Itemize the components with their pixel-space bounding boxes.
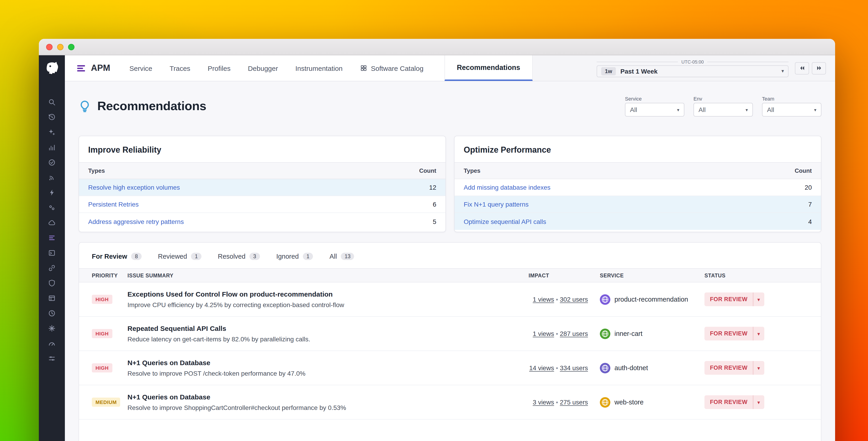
tab-label: For Review: [92, 253, 127, 260]
users-link[interactable]: 334 users: [560, 364, 588, 372]
nav-item-label: Profiles: [208, 64, 230, 72]
recommendation-row[interactable]: HIGHExceptions Used for Control Flow on …: [79, 283, 821, 317]
apm-icon[interactable]: [43, 230, 60, 245]
views-link[interactable]: 3 views: [533, 399, 554, 406]
settings-sliders-icon[interactable]: [43, 351, 60, 366]
status-label: FOR REVIEW: [705, 292, 753, 306]
recommendation-type-link[interactable]: Fix N+1 query patterns: [464, 201, 529, 208]
service-globe-icon: [600, 397, 610, 407]
recommendation-type-row[interactable]: Fix N+1 query patterns7: [455, 196, 821, 213]
nav-item-label: Traces: [170, 64, 190, 72]
security-shield-icon[interactable]: [43, 275, 60, 291]
recommendation-type-row[interactable]: Add missing database indexes20: [455, 179, 821, 196]
page-header: Recommendations ServiceAll▾EnvAll▾TeamAl…: [79, 96, 822, 117]
lightbulb-icon: [79, 100, 91, 112]
service-name-link[interactable]: auth-dotnet: [615, 364, 648, 372]
users-link[interactable]: 275 users: [560, 399, 588, 406]
recommendation-type-link[interactable]: Resolve high exception volumes: [88, 184, 180, 191]
nav-left-section: APM ServiceTracesProfilesDebuggerInstrum…: [65, 55, 532, 81]
service-name-link[interactable]: web-store: [615, 399, 644, 406]
events-bolt-icon[interactable]: [43, 185, 60, 200]
tab-ignored[interactable]: Ignored1: [276, 253, 313, 260]
serverless-cloud-icon[interactable]: [43, 215, 60, 230]
tab-reviewed[interactable]: Reviewed1: [158, 253, 202, 260]
views-link[interactable]: 14 views: [529, 364, 554, 372]
recommendation-type-row[interactable]: Address aggressive retry patterns5: [79, 213, 445, 230]
status-dropdown[interactable]: FOR REVIEW▾: [705, 395, 764, 409]
filter-select-service[interactable]: All▾: [625, 103, 684, 117]
tab-all[interactable]: All13: [330, 253, 354, 260]
recommendation-row[interactable]: HIGHRepeated Sequential API CallsReduce …: [79, 317, 821, 351]
bits-ai-sparkles-icon[interactable]: [43, 125, 60, 140]
time-forward-button[interactable]: [812, 62, 826, 74]
incidents-burst-icon[interactable]: [43, 321, 60, 336]
processes-icon[interactable]: [43, 200, 60, 215]
views-link[interactable]: 1 views: [533, 296, 554, 303]
nav-item-profiles[interactable]: Profiles: [208, 64, 230, 72]
logs-table-icon[interactable]: [43, 291, 60, 306]
recommendation-row[interactable]: MEDIUMN+1 Queries on DatabaseResolve to …: [79, 385, 821, 419]
window-titlebar[interactable]: [39, 39, 835, 55]
nav-item-instrumentation[interactable]: Instrumentation: [296, 64, 343, 72]
views-link[interactable]: 1 views: [533, 330, 554, 337]
list-table-body: HIGHExceptions Used for Control Flow on …: [79, 283, 821, 419]
zoom-window-button[interactable]: [68, 43, 74, 50]
tab-count-badge: 8: [131, 253, 142, 260]
nav-item-debugger[interactable]: Debugger: [248, 64, 278, 72]
search-icon[interactable]: [43, 95, 60, 110]
tab-resolved[interactable]: Resolved3: [218, 253, 260, 260]
metrics-icon[interactable]: [43, 140, 60, 155]
service-globe-icon: [600, 328, 610, 339]
service-cell: product-recommendation: [600, 294, 705, 304]
rum-signal-icon[interactable]: [43, 170, 60, 185]
chevron-down-icon: ▾: [814, 107, 816, 112]
users-link[interactable]: 287 users: [560, 330, 588, 337]
apm-brand[interactable]: APM: [76, 63, 110, 74]
recommendation-type-row[interactable]: Persistent Retries6: [79, 196, 445, 213]
sidebar-icon-rail: [43, 95, 60, 366]
gauge-icon[interactable]: [43, 336, 60, 351]
status-dropdown[interactable]: FOR REVIEW▾: [705, 361, 764, 375]
recommendation-row[interactable]: HIGHN+1 Queries on DatabaseResolve to im…: [79, 351, 821, 385]
recommendation-type-row[interactable]: Resolve high exception volumes12: [79, 179, 445, 196]
card-table-header: TypesCount: [455, 162, 821, 179]
service-map-link-icon[interactable]: [43, 261, 60, 275]
synthetics-clock-icon[interactable]: [43, 306, 60, 321]
nav-item-label: Instrumentation: [296, 64, 343, 72]
ci-terminal-icon[interactable]: [43, 245, 60, 261]
time-range-shortcut: 1w: [601, 67, 616, 75]
status-dropdown[interactable]: FOR REVIEW▾: [705, 327, 764, 341]
nav-item-software-catalog[interactable]: Software Catalog: [360, 64, 424, 72]
issue-summary-cell: Repeated Sequential API CallsReduce late…: [127, 324, 529, 343]
priority-badge: MEDIUM: [92, 398, 120, 407]
page-content: Recommendations ServiceAll▾EnvAll▾TeamAl…: [65, 81, 835, 441]
filter-select-team[interactable]: All▾: [762, 103, 822, 117]
column-header-types: Types: [464, 167, 480, 174]
priority-badge: HIGH: [92, 295, 112, 304]
datadog-logo[interactable]: [44, 61, 60, 76]
recommendation-type-link[interactable]: Persistent Retries: [88, 201, 138, 208]
status-dropdown[interactable]: FOR REVIEW▾: [705, 292, 764, 306]
nav-item-recommendations[interactable]: Recommendations: [444, 55, 532, 81]
recommendation-type-link[interactable]: Optimize sequential API calls: [464, 218, 546, 225]
filter-select-env[interactable]: All▾: [693, 103, 753, 117]
minimize-window-button[interactable]: [57, 43, 63, 50]
tab-label: Ignored: [276, 253, 299, 260]
service-cell: auth-dotnet: [600, 363, 705, 373]
recommendation-type-link[interactable]: Address aggressive retry patterns: [88, 218, 184, 225]
recommendation-type-row[interactable]: Optimize sequential API calls4: [455, 213, 821, 230]
users-link[interactable]: 302 users: [560, 296, 588, 303]
recommendation-type-link[interactable]: Add missing database indexes: [464, 184, 551, 191]
nav-item-service[interactable]: Service: [129, 64, 152, 72]
time-backward-button[interactable]: [795, 62, 809, 74]
service-name-link[interactable]: product-recommendation: [615, 296, 688, 303]
service-cell: inner-cart: [600, 328, 705, 339]
service-name-link[interactable]: inner-cart: [615, 330, 643, 337]
summary-card-optimize-performance: Optimize PerformanceTypesCountAdd missin…: [454, 136, 822, 232]
time-range-picker[interactable]: 1w Past 1 Week ▾: [597, 65, 788, 77]
tab-for-review[interactable]: For Review8: [92, 253, 142, 260]
close-window-button[interactable]: [46, 43, 53, 50]
nav-item-traces[interactable]: Traces: [170, 64, 190, 72]
monitors-icon[interactable]: [43, 155, 60, 170]
history-icon[interactable]: [43, 110, 60, 125]
